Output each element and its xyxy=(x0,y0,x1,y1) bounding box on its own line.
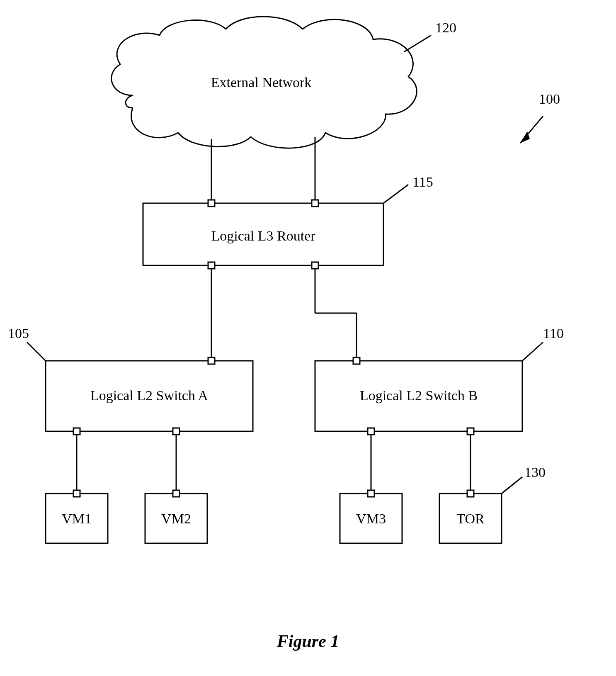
svg-line-42 xyxy=(502,477,522,494)
svg-text:105: 105 xyxy=(8,326,29,341)
svg-line-13 xyxy=(27,342,46,361)
router-label: Logical L3 Router xyxy=(211,228,315,243)
svg-rect-32 xyxy=(173,428,179,435)
link-router-switch-b xyxy=(312,262,360,364)
svg-rect-19 xyxy=(208,262,215,269)
svg-rect-33 xyxy=(173,490,179,497)
svg-rect-37 xyxy=(368,490,374,497)
logical-l2-switch-b: Logical L2 Switch B xyxy=(315,361,522,431)
ref-130: 130 xyxy=(502,464,546,494)
network-diagram: External Network 120 100 Logical L3 Rout… xyxy=(0,0,616,676)
svg-rect-20 xyxy=(208,357,215,364)
vm2-label: VM2 xyxy=(161,511,191,526)
svg-rect-11 xyxy=(312,200,318,207)
svg-rect-29 xyxy=(73,490,80,497)
svg-rect-36 xyxy=(368,428,374,435)
svg-rect-24 xyxy=(312,262,318,269)
link-cloud-router-left xyxy=(208,139,215,207)
figure-caption: Figure 1 xyxy=(276,632,340,651)
link-cloud-router-right xyxy=(312,137,318,207)
tor-node: TOR xyxy=(439,494,502,543)
svg-rect-25 xyxy=(353,357,360,364)
vm1-node: VM1 xyxy=(46,494,108,543)
ref-115: 115 xyxy=(383,174,433,203)
logical-l2-switch-a: Logical L2 Switch A xyxy=(46,361,253,431)
switch-a-label: Logical L2 Switch A xyxy=(90,388,209,403)
link-switch-b-tor xyxy=(467,428,474,497)
vm2-node: VM2 xyxy=(145,494,207,543)
svg-text:100: 100 xyxy=(539,91,560,107)
link-switch-b-vm3 xyxy=(368,428,374,497)
svg-text:130: 130 xyxy=(524,464,546,480)
external-network-label: External Network xyxy=(211,75,312,90)
external-network-cloud: External Network xyxy=(112,17,417,148)
svg-text:120: 120 xyxy=(435,20,456,35)
ref-110: 110 xyxy=(522,326,564,361)
logical-l3-router: Logical L3 Router xyxy=(143,203,383,265)
ref-120: 120 xyxy=(404,20,456,52)
svg-rect-40 xyxy=(467,428,474,435)
ref-100: 100 xyxy=(520,91,560,143)
svg-rect-41 xyxy=(467,490,474,497)
link-switch-a-vm2 xyxy=(173,428,179,497)
svg-line-6 xyxy=(383,185,408,203)
svg-line-0 xyxy=(404,35,431,52)
svg-line-16 xyxy=(522,342,543,361)
svg-rect-9 xyxy=(208,200,215,207)
svg-text:110: 110 xyxy=(543,326,564,341)
vm1-label: VM1 xyxy=(62,511,92,526)
link-router-switch-a xyxy=(208,262,215,364)
switch-b-label: Logical L2 Switch B xyxy=(360,388,478,403)
ref-105: 105 xyxy=(8,326,46,361)
svg-text:115: 115 xyxy=(412,174,433,190)
vm3-node: VM3 xyxy=(340,494,402,543)
tor-label: TOR xyxy=(456,511,485,526)
vm3-label: VM3 xyxy=(356,511,386,526)
svg-rect-28 xyxy=(73,428,80,435)
link-switch-a-vm1 xyxy=(73,428,80,497)
